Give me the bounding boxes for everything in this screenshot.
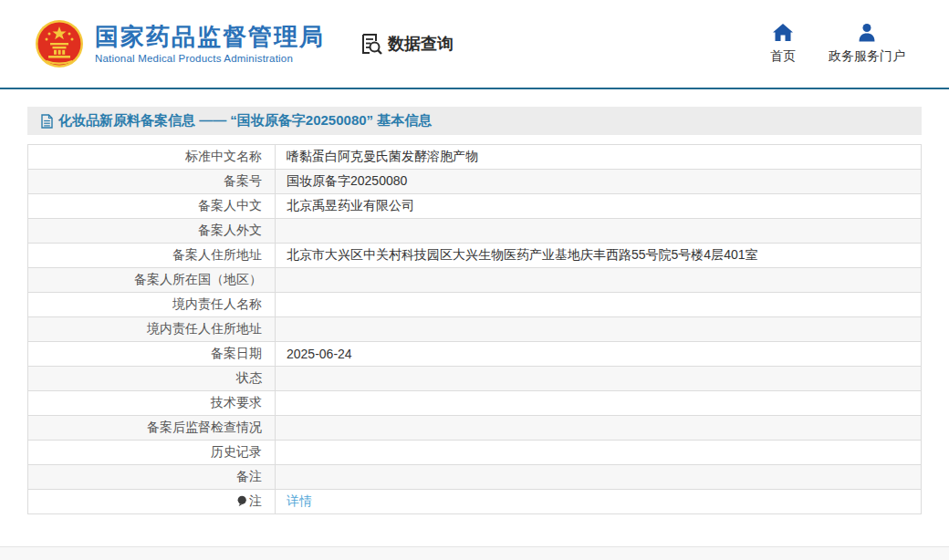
- table-row: 备案人所在国（地区）: [28, 268, 922, 293]
- site-logo[interactable]: 国家药品监督管理局 National Medical Products Admi…: [35, 19, 325, 68]
- document-search-icon: [360, 32, 383, 56]
- page-title-bar: 化妆品新原料备案信息 —— “国妆原备字20250080” 基本信息: [27, 107, 922, 135]
- field-value: 北京市大兴区中关村科技园区大兴生物医药产业基地庆丰西路55号院5号楼4层401室: [276, 244, 922, 268]
- field-value: 国妆原备字20250080: [276, 170, 922, 194]
- field-label: 备案人中文: [28, 194, 276, 219]
- details-link[interactable]: 详情: [287, 493, 312, 508]
- field-value: [276, 317, 922, 342]
- field-label: 境内责任人住所地址: [28, 317, 276, 342]
- field-label: 标准中文名称: [28, 145, 276, 170]
- field-label: 备案人住所地址: [28, 244, 276, 268]
- field-value: [276, 219, 922, 244]
- nav-item-home[interactable]: 首页: [770, 23, 796, 65]
- table-row: 备案人外文: [28, 219, 922, 244]
- table-row: 历史记录: [28, 441, 922, 465]
- table-row: 状态: [28, 367, 922, 391]
- table-row: 境内责任人住所地址: [28, 317, 922, 342]
- table-row: 技术要求: [28, 391, 922, 416]
- field-value: 嗜黏蛋白阿克曼氏菌发酵溶胞产物: [276, 145, 922, 170]
- note-icon: [236, 495, 247, 510]
- table-row: 备注: [28, 465, 922, 490]
- field-label: 备案后监督检查情况: [28, 416, 276, 441]
- table-row: 境内责任人名称: [28, 293, 922, 317]
- header-divider: [0, 88, 949, 89]
- field-label: 境内责任人名称: [28, 293, 276, 317]
- footer-strip: [0, 546, 949, 560]
- table-row: 备案号 国妆原备字20250080: [28, 170, 922, 194]
- org-name-cn: 国家药品监督管理局: [95, 24, 325, 50]
- user-icon: [856, 23, 878, 42]
- filing-info-table: 标准中文名称 嗜黏蛋白阿克曼氏菌发酵溶胞产物 备案号 国妆原备字20250080…: [27, 144, 922, 514]
- table-row: 标准中文名称 嗜黏蛋白阿克曼氏菌发酵溶胞产物: [28, 145, 922, 170]
- field-value: 北京禹昱药业有限公司: [276, 194, 922, 219]
- field-value: [276, 441, 922, 465]
- note-label: 注: [249, 493, 262, 508]
- field-value: [276, 268, 922, 293]
- table-row: 备案日期 2025-06-24: [28, 342, 922, 367]
- table-row-note: 注 详情: [28, 490, 922, 514]
- field-value: [276, 367, 922, 391]
- field-value: [276, 416, 922, 441]
- site-header: 国家药品监督管理局 National Medical Products Admi…: [0, 0, 949, 88]
- field-value: [276, 465, 922, 490]
- table-row: 备案后监督检查情况: [28, 416, 922, 441]
- data-query-label: 数据查询: [388, 33, 454, 55]
- field-value: [276, 391, 922, 416]
- field-label: 注: [28, 490, 276, 514]
- table-row: 备案人中文 北京禹昱药业有限公司: [28, 194, 922, 219]
- field-label: 备案人外文: [28, 219, 276, 244]
- table-row: 备案人住所地址 北京市大兴区中关村科技园区大兴生物医药产业基地庆丰西路55号院5…: [28, 244, 922, 268]
- nav-gov-portal-label: 政务服务门户: [829, 48, 905, 65]
- org-name-en: National Medical Products Administration: [95, 53, 325, 64]
- field-label: 状态: [28, 367, 276, 391]
- page-title: 化妆品新原料备案信息 —— “国妆原备字20250080” 基本信息: [58, 112, 432, 130]
- field-label: 备案日期: [28, 342, 276, 367]
- main-content: 化妆品新原料备案信息 —— “国妆原备字20250080” 基本信息 标准中文名…: [0, 107, 949, 514]
- field-label: 备案人所在国（地区）: [28, 268, 276, 293]
- header-nav: 首页 政务服务门户: [770, 23, 905, 65]
- nav-item-gov-portal[interactable]: 政务服务门户: [829, 23, 905, 65]
- field-value: 2025-06-24: [276, 342, 922, 367]
- field-label: 备案号: [28, 170, 276, 194]
- org-titles: 国家药品监督管理局 National Medical Products Admi…: [95, 24, 325, 65]
- field-label: 备注: [28, 465, 276, 490]
- nav-home-label: 首页: [770, 48, 796, 65]
- document-icon: [41, 114, 53, 129]
- field-label: 历史记录: [28, 441, 276, 465]
- field-value: [276, 293, 922, 317]
- national-emblem-icon: [35, 19, 84, 68]
- data-query-tab[interactable]: 数据查询: [360, 32, 454, 56]
- home-icon: [772, 23, 794, 42]
- field-label: 技术要求: [28, 391, 276, 416]
- field-value: 详情: [276, 490, 922, 514]
